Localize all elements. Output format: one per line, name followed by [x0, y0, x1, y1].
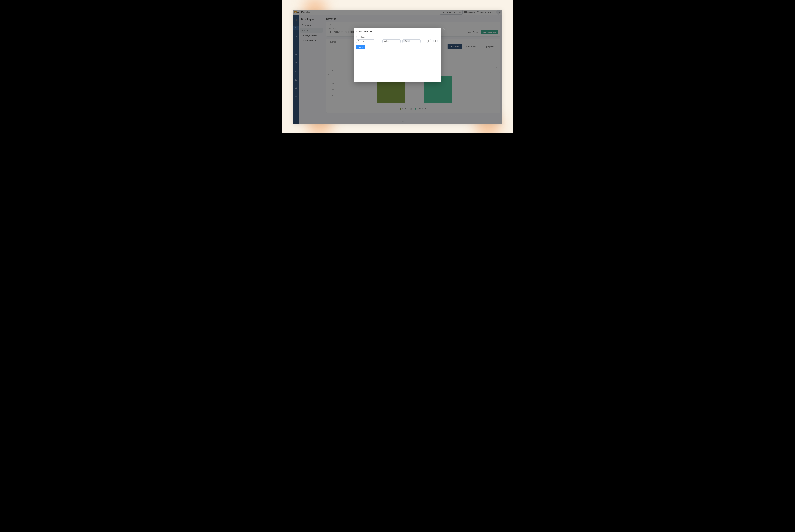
- add-attribute-modal: ✕ ADD ATTRIBUTE Conditions Country Inclu…: [354, 28, 441, 82]
- trash-icon: [428, 40, 430, 42]
- attribute-select[interactable]: Country: [356, 39, 375, 43]
- delete-condition-button[interactable]: [427, 39, 431, 43]
- add-condition-button[interactable]: [433, 39, 438, 43]
- plus-icon: [435, 40, 436, 42]
- chevron-down-icon: [372, 40, 373, 41]
- conditions-label: Conditions: [356, 36, 439, 38]
- operator-select-value: Include: [384, 40, 390, 42]
- value-tag: USA ✕: [403, 40, 410, 42]
- modal-wrap: ✕ ADD ATTRIBUTE Conditions Country Inclu…: [293, 10, 502, 124]
- modal-close-button[interactable]: ✕: [442, 27, 446, 32]
- tag-remove-icon[interactable]: ✕: [408, 40, 409, 42]
- value-tag-input[interactable]: USA ✕: [402, 39, 420, 43]
- modal-title: ADD ATTRIBUTE: [356, 31, 439, 33]
- chevron-down-icon: [398, 40, 399, 41]
- save-button[interactable]: Save: [356, 45, 365, 49]
- app-window: NotifyVisitors Explore demo account Anal…: [293, 10, 502, 124]
- tag-text: USA: [404, 40, 408, 42]
- operator-select[interactable]: Include: [382, 39, 400, 43]
- condition-row: Country Include USA ✕: [356, 39, 439, 43]
- attribute-select-value: Country: [358, 40, 364, 42]
